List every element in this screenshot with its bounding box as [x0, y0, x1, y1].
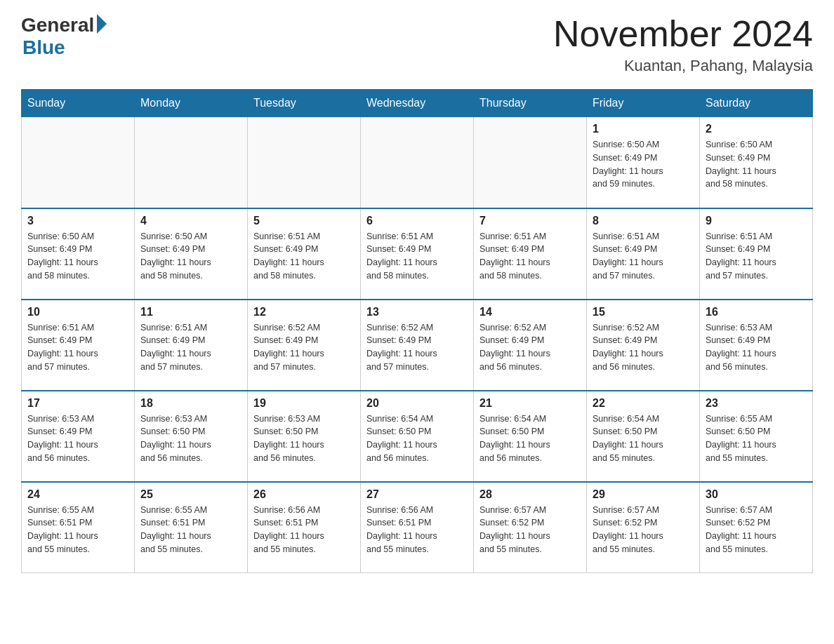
day-info: Sunrise: 6:53 AMSunset: 6:50 PMDaylight:…	[140, 412, 241, 465]
logo-general-text: General	[21, 14, 94, 36]
calendar-cell: 5Sunrise: 6:51 AMSunset: 6:49 PMDaylight…	[248, 208, 361, 300]
day-number: 13	[366, 306, 468, 318]
calendar-cell: 8Sunrise: 6:51 AMSunset: 6:49 PMDaylight…	[587, 208, 700, 300]
calendar-cell: 3Sunrise: 6:50 AMSunset: 6:49 PMDaylight…	[22, 208, 135, 300]
calendar-week-row: 3Sunrise: 6:50 AMSunset: 6:49 PMDaylight…	[22, 208, 813, 300]
header-thursday: Thursday	[474, 90, 587, 117]
day-number: 10	[27, 306, 128, 318]
day-info: Sunrise: 6:50 AMSunset: 6:49 PMDaylight:…	[593, 138, 694, 191]
calendar-cell: 16Sunrise: 6:53 AMSunset: 6:49 PMDayligh…	[700, 300, 813, 391]
calendar-cell: 26Sunrise: 6:56 AMSunset: 6:51 PMDayligh…	[248, 482, 361, 573]
day-number: 3	[27, 215, 128, 227]
day-info: Sunrise: 6:52 AMSunset: 6:49 PMDaylight:…	[253, 321, 355, 374]
day-info: Sunrise: 6:52 AMSunset: 6:49 PMDaylight:…	[366, 321, 468, 374]
day-number: 18	[140, 397, 241, 410]
day-number: 20	[366, 397, 468, 410]
day-info: Sunrise: 6:56 AMSunset: 6:51 PMDaylight:…	[366, 504, 468, 556]
day-number: 27	[366, 488, 468, 501]
day-info: Sunrise: 6:53 AMSunset: 6:49 PMDaylight:…	[27, 412, 128, 465]
calendar-cell	[135, 117, 248, 208]
day-number: 16	[706, 306, 807, 318]
day-number: 21	[479, 397, 581, 410]
day-info: Sunrise: 6:56 AMSunset: 6:51 PMDaylight:…	[253, 504, 355, 556]
calendar-cell: 7Sunrise: 6:51 AMSunset: 6:49 PMDaylight…	[474, 208, 587, 300]
calendar-cell: 19Sunrise: 6:53 AMSunset: 6:50 PMDayligh…	[248, 391, 361, 482]
day-number: 14	[479, 306, 581, 318]
page-header: General Blue November 2024 Kuantan, Paha…	[21, 14, 813, 75]
location: Kuantan, Pahang, Malaysia	[553, 57, 813, 75]
day-number: 12	[253, 306, 355, 318]
day-number: 26	[253, 488, 355, 501]
calendar-header-row: Sunday Monday Tuesday Wednesday Thursday…	[22, 90, 813, 117]
calendar-cell: 25Sunrise: 6:55 AMSunset: 6:51 PMDayligh…	[135, 482, 248, 573]
day-info: Sunrise: 6:52 AMSunset: 6:49 PMDaylight:…	[479, 321, 581, 374]
calendar-cell: 15Sunrise: 6:52 AMSunset: 6:49 PMDayligh…	[587, 300, 700, 391]
calendar-table: Sunday Monday Tuesday Wednesday Thursday…	[21, 89, 813, 573]
header-monday: Monday	[135, 90, 248, 117]
calendar-cell: 6Sunrise: 6:51 AMSunset: 6:49 PMDaylight…	[361, 208, 474, 300]
day-info: Sunrise: 6:51 AMSunset: 6:49 PMDaylight:…	[140, 321, 241, 374]
day-number: 30	[706, 488, 807, 501]
calendar-cell: 21Sunrise: 6:54 AMSunset: 6:50 PMDayligh…	[474, 391, 587, 482]
calendar-cell: 1Sunrise: 6:50 AMSunset: 6:49 PMDaylight…	[587, 117, 700, 208]
calendar-cell: 11Sunrise: 6:51 AMSunset: 6:49 PMDayligh…	[135, 300, 248, 391]
calendar-cell	[361, 117, 474, 208]
calendar-cell: 30Sunrise: 6:57 AMSunset: 6:52 PMDayligh…	[700, 482, 813, 573]
day-info: Sunrise: 6:54 AMSunset: 6:50 PMDaylight:…	[593, 412, 694, 465]
day-number: 15	[593, 306, 694, 318]
day-info: Sunrise: 6:51 AMSunset: 6:49 PMDaylight:…	[27, 321, 128, 374]
day-number: 5	[253, 215, 355, 227]
calendar-cell: 9Sunrise: 6:51 AMSunset: 6:49 PMDaylight…	[700, 208, 813, 300]
calendar-cell: 20Sunrise: 6:54 AMSunset: 6:50 PMDayligh…	[361, 391, 474, 482]
day-number: 25	[140, 488, 241, 501]
calendar-cell: 4Sunrise: 6:50 AMSunset: 6:49 PMDaylight…	[135, 208, 248, 300]
calendar-cell: 12Sunrise: 6:52 AMSunset: 6:49 PMDayligh…	[248, 300, 361, 391]
header-friday: Friday	[587, 90, 700, 117]
day-info: Sunrise: 6:54 AMSunset: 6:50 PMDaylight:…	[479, 412, 581, 465]
day-info: Sunrise: 6:55 AMSunset: 6:51 PMDaylight:…	[140, 504, 241, 556]
day-info: Sunrise: 6:55 AMSunset: 6:51 PMDaylight:…	[27, 504, 128, 556]
day-info: Sunrise: 6:50 AMSunset: 6:49 PMDaylight:…	[140, 230, 241, 283]
calendar-week-row: 1Sunrise: 6:50 AMSunset: 6:49 PMDaylight…	[22, 117, 813, 208]
calendar-cell: 10Sunrise: 6:51 AMSunset: 6:49 PMDayligh…	[22, 300, 135, 391]
calendar-week-row: 10Sunrise: 6:51 AMSunset: 6:49 PMDayligh…	[22, 300, 813, 391]
day-number: 7	[479, 215, 581, 227]
calendar-cell: 29Sunrise: 6:57 AMSunset: 6:52 PMDayligh…	[587, 482, 700, 573]
day-info: Sunrise: 6:51 AMSunset: 6:49 PMDaylight:…	[706, 230, 807, 283]
day-number: 17	[27, 397, 128, 410]
calendar-cell: 2Sunrise: 6:50 AMSunset: 6:49 PMDaylight…	[700, 117, 813, 208]
day-number: 4	[140, 215, 241, 227]
calendar-cell: 13Sunrise: 6:52 AMSunset: 6:49 PMDayligh…	[361, 300, 474, 391]
logo-blue-text: Blue	[22, 36, 65, 59]
day-number: 11	[140, 306, 241, 318]
calendar-cell: 22Sunrise: 6:54 AMSunset: 6:50 PMDayligh…	[587, 391, 700, 482]
day-number: 22	[593, 397, 694, 410]
calendar-week-row: 24Sunrise: 6:55 AMSunset: 6:51 PMDayligh…	[22, 482, 813, 573]
header-sunday: Sunday	[22, 90, 135, 117]
day-number: 24	[27, 488, 128, 501]
day-number: 6	[366, 215, 468, 227]
day-info: Sunrise: 6:50 AMSunset: 6:49 PMDaylight:…	[706, 138, 807, 191]
day-number: 1	[593, 123, 694, 135]
day-number: 29	[593, 488, 694, 501]
calendar-cell: 17Sunrise: 6:53 AMSunset: 6:49 PMDayligh…	[22, 391, 135, 482]
day-info: Sunrise: 6:50 AMSunset: 6:49 PMDaylight:…	[27, 230, 128, 283]
title-section: November 2024 Kuantan, Pahang, Malaysia	[553, 14, 813, 75]
day-info: Sunrise: 6:57 AMSunset: 6:52 PMDaylight:…	[593, 504, 694, 556]
day-info: Sunrise: 6:51 AMSunset: 6:49 PMDaylight:…	[366, 230, 468, 283]
header-wednesday: Wednesday	[361, 90, 474, 117]
logo: General Blue	[21, 14, 107, 59]
day-info: Sunrise: 6:55 AMSunset: 6:50 PMDaylight:…	[706, 412, 807, 465]
day-number: 23	[706, 397, 807, 410]
day-number: 28	[479, 488, 581, 501]
logo-arrow-icon	[97, 14, 107, 34]
calendar-cell: 23Sunrise: 6:55 AMSunset: 6:50 PMDayligh…	[700, 391, 813, 482]
month-title: November 2024	[553, 14, 813, 54]
day-number: 2	[706, 123, 807, 135]
day-info: Sunrise: 6:57 AMSunset: 6:52 PMDaylight:…	[479, 504, 581, 556]
calendar-cell	[22, 117, 135, 208]
calendar-cell: 24Sunrise: 6:55 AMSunset: 6:51 PMDayligh…	[22, 482, 135, 573]
calendar-cell: 27Sunrise: 6:56 AMSunset: 6:51 PMDayligh…	[361, 482, 474, 573]
calendar-cell: 14Sunrise: 6:52 AMSunset: 6:49 PMDayligh…	[474, 300, 587, 391]
day-info: Sunrise: 6:51 AMSunset: 6:49 PMDaylight:…	[593, 230, 694, 283]
